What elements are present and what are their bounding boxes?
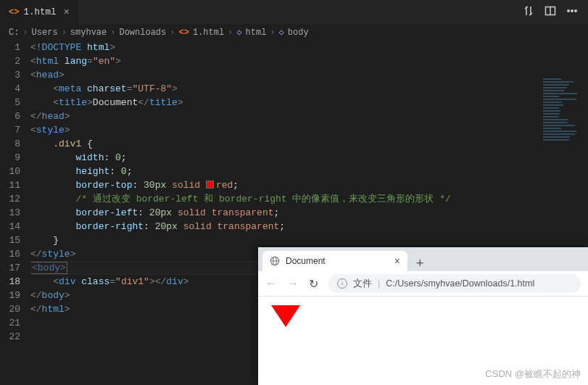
forward-button: → xyxy=(287,277,299,290)
url-path: C:/Users/smyhvae/Downloads/1.html xyxy=(386,278,534,289)
browser-viewport xyxy=(258,297,588,336)
url-separator: | xyxy=(378,278,380,289)
browser-tab-strip: Document × + xyxy=(258,247,588,271)
browser-tab[interactable]: Document × xyxy=(262,251,407,271)
browser-tab-title: Document xyxy=(286,256,389,266)
reload-button[interactable]: ↻ xyxy=(309,277,318,291)
more-icon[interactable] xyxy=(566,5,578,20)
tab-bar: <> 1.html × xyxy=(0,0,588,24)
svg-point-3 xyxy=(571,9,573,11)
url-scheme-label: 文件 xyxy=(353,278,372,290)
html-file-icon: <> xyxy=(9,7,19,17)
back-button[interactable]: ← xyxy=(265,277,277,290)
tab-filename: 1.html xyxy=(23,7,56,17)
svg-point-4 xyxy=(575,9,576,11)
breadcrumbs[interactable]: C:›Users›smyhvae›Downloads›<> 1.html›◇ h… xyxy=(0,24,588,41)
compare-icon[interactable] xyxy=(523,5,534,20)
line-gutter: 12345678910111213141516171819202122 xyxy=(0,41,30,344)
close-icon[interactable]: × xyxy=(63,7,69,18)
info-icon[interactable]: i xyxy=(337,278,347,289)
browser-window: Document × + ← → ↻ i 文件 | C:/Users/smyhv… xyxy=(258,247,588,385)
globe-icon xyxy=(270,256,280,266)
browser-toolbar: ← → ↻ i 文件 | C:/Users/smyhvae/Downloads/… xyxy=(258,271,588,297)
split-editor-icon[interactable] xyxy=(544,5,556,20)
svg-point-2 xyxy=(568,9,569,11)
close-icon[interactable]: × xyxy=(394,255,400,267)
new-tab-button[interactable]: + xyxy=(407,256,433,271)
editor-tab[interactable]: <> 1.html × xyxy=(0,0,78,24)
rendered-triangle xyxy=(271,305,300,327)
watermark: CSDN @被瞧不起的神 xyxy=(485,368,581,381)
address-bar[interactable]: i 文件 | C:/Users/smyhvae/Downloads/1.html xyxy=(328,274,581,293)
